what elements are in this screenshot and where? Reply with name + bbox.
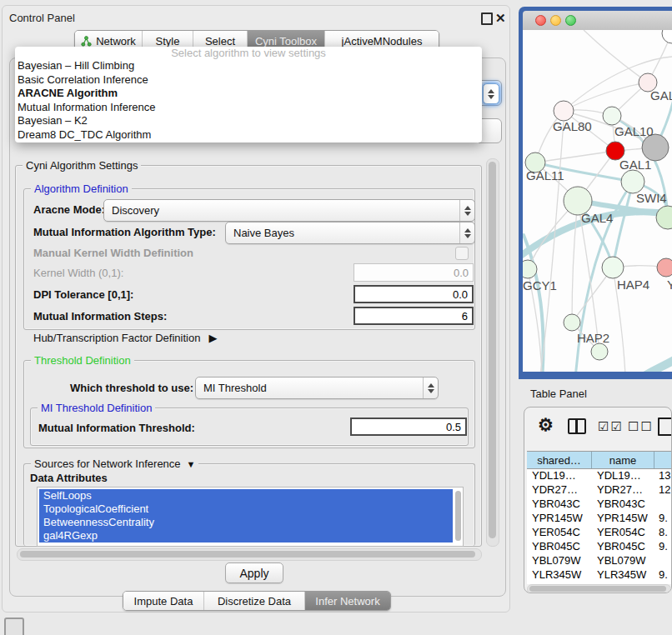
mi-type-select[interactable]: Naive Bayes <box>225 222 475 244</box>
cell: YDL19… <box>597 469 641 482</box>
settings-horizontal-scrollbar[interactable] <box>17 548 482 561</box>
cell: YBL079W <box>597 554 646 567</box>
algorithm-option[interactable]: Mutual Information Inference <box>15 101 482 115</box>
table-row[interactable]: YBR043CYBR043C <box>527 498 672 512</box>
algorithm-option[interactable]: Basic Correlation Inference <box>15 73 482 88</box>
algorithm-option[interactable]: Bayesian – Hill Climbing <box>15 59 482 73</box>
node-label: GAL11 <box>526 168 564 182</box>
network-node-gal10[interactable] <box>603 107 621 125</box>
hub-definition-row[interactable]: Hub/Transcription Factor Definition ▶ <box>33 332 217 344</box>
close-window-icon[interactable] <box>535 15 546 26</box>
network-node-hap2[interactable] <box>564 314 580 331</box>
network-node[interactable] <box>591 343 608 360</box>
mi-type-label: Mutual Information Algorithm Type: <box>33 226 216 238</box>
cell: 12 <box>659 483 670 496</box>
aracne-mode-value: Discovery <box>104 204 459 217</box>
network-icon <box>81 36 92 47</box>
settings-horizontal-scrollbar-thumb[interactable] <box>20 551 475 558</box>
algorithm-option[interactable]: Dream8 DC_TDC Algorithm <box>15 128 482 142</box>
cell: YBL079W <box>532 554 581 567</box>
table-row[interactable]: YDL19…YDL19…13 <box>527 469 672 483</box>
new-table-icon[interactable] <box>658 418 672 436</box>
list-item[interactable]: TopologicalCoefficient <box>39 502 453 516</box>
show-columns-icon[interactable] <box>568 418 586 434</box>
network-node[interactable] <box>662 30 672 43</box>
expand-hub-icon[interactable]: ▶ <box>208 332 217 344</box>
zoom-window-icon[interactable] <box>565 15 576 26</box>
list-scrollbar[interactable] <box>455 491 461 541</box>
table-row[interactable]: YDR27…YDR27…12 <box>527 483 672 498</box>
close-panel-icon[interactable]: ✕ <box>495 12 506 24</box>
cell: YDR27… <box>597 483 643 496</box>
gear-icon[interactable]: ⚙ <box>538 415 554 435</box>
network-node-swi4[interactable] <box>621 170 644 193</box>
column-header-shared-name[interactable]: shared… <box>527 452 592 468</box>
table-body[interactable]: YDL19…YDL19…13 YDR27…YDR27…12 YBR043CYBR… <box>527 469 672 584</box>
network-node[interactable] <box>657 258 672 277</box>
node-label: GAL80 <box>553 119 592 133</box>
aracne-mode-label: Aracne Mode: <box>33 203 105 216</box>
cell: 9. <box>659 540 668 552</box>
aracne-mode-select[interactable]: Discovery <box>103 199 475 222</box>
table-row[interactable]: YLR345WYLR345W9. <box>527 568 672 582</box>
select-all-icon[interactable]: ☑☑ <box>598 419 624 434</box>
column-header-name[interactable]: name <box>592 452 654 468</box>
table-row[interactable]: YBL079WYBL079W <box>527 554 672 568</box>
network-graph: GAL GAL80 GAL10 GAL1 GAL11 SWI4 GAL4 GCY… <box>523 30 672 372</box>
mi-type-value: Naive Bayes <box>226 227 459 239</box>
list-item[interactable]: BetweennessCentrality <box>39 516 453 529</box>
network-node-hap4[interactable] <box>602 257 624 278</box>
network-canvas[interactable]: GAL GAL80 GAL10 GAL1 GAL11 SWI4 GAL4 GCY… <box>523 30 672 372</box>
dpi-tolerance-input[interactable] <box>354 285 474 303</box>
table-header-row: shared… name <box>527 451 672 469</box>
inference-algorithm-select-fragment[interactable] <box>479 80 502 106</box>
data-attributes-label: Data Attributes <box>30 472 108 484</box>
algorithm-option-selected[interactable]: ARACNE Algorithm <box>15 87 482 101</box>
network-node-gcy1[interactable] <box>523 260 537 278</box>
table-row[interactable]: YPR145WYPR145W9. <box>527 512 672 526</box>
column-header-clipped[interactable] <box>654 452 672 468</box>
table-horizontal-scrollbar[interactable] <box>527 584 671 593</box>
table-horizontal-scrollbar-thumb[interactable] <box>529 586 666 592</box>
table-row[interactable]: YBR045CYBR045C9. <box>527 540 672 554</box>
settings-vertical-scrollbar[interactable] <box>486 158 499 547</box>
mi-steps-input[interactable] <box>354 307 474 325</box>
deselect-all-icon[interactable]: ☐☐ <box>628 419 654 434</box>
cell: YPR145W <box>532 512 583 524</box>
cell: 9. <box>659 568 668 581</box>
which-threshold-select[interactable]: MI Threshold <box>195 377 439 399</box>
mi-threshold-input[interactable] <box>350 418 467 436</box>
node-label: GAL10 <box>614 124 654 138</box>
minimize-window-icon[interactable] <box>550 15 561 26</box>
cell: YBR045C <box>532 540 580 552</box>
cell: YPR145W <box>597 512 648 524</box>
tab-discretize-data[interactable]: Discretize Data <box>203 592 304 610</box>
tab-infer-network[interactable]: Infer Network <box>304 592 390 610</box>
sources-title-text: Sources for Network Inference <box>34 458 181 470</box>
table-row[interactable]: YER054CYER054C8. <box>527 526 672 540</box>
combo-arrows-icon <box>459 222 474 243</box>
minimized-panel-button[interactable] <box>4 618 24 635</box>
network-edge <box>535 151 615 162</box>
mi-threshold-label: Mutual Information Threshold: <box>38 422 195 434</box>
tab-select-label: Select <box>205 35 235 48</box>
network-select-fragment[interactable] <box>479 118 502 143</box>
table-panel: ⚙ ☑☑ ☐☐ shared… name YDL19…YDL19…13 YDR2… <box>524 407 672 593</box>
list-item[interactable]: SelfLoops <box>39 489 453 502</box>
network-node-gal80[interactable] <box>554 101 574 121</box>
algorithm-option[interactable]: Bayesian – K2 <box>15 114 482 128</box>
hub-definition-label: Hub/Transcription Factor Definition <box>33 332 200 344</box>
combo-arrows-icon <box>459 200 474 221</box>
list-item[interactable]: gal4RGexp <box>39 529 453 542</box>
tab-impute-data[interactable]: Impute Data <box>123 592 203 610</box>
network-window-titlebar[interactable] <box>523 11 672 31</box>
mi-steps-label: Mutual Information Steps: <box>33 310 167 322</box>
float-window-icon[interactable] <box>481 12 493 25</box>
manual-kernel-label: Manual Kernel Width Definition <box>33 247 193 259</box>
data-attributes-list[interactable]: SelfLoops TopologicalCoefficient Between… <box>37 487 464 547</box>
collapse-sources-icon[interactable]: ▼ <box>187 459 196 469</box>
settings-vertical-scrollbar-thumb[interactable] <box>489 162 496 538</box>
node-label: SWI4 <box>636 191 667 205</box>
apply-button[interactable]: Apply <box>225 562 283 583</box>
network-edge <box>572 201 578 322</box>
